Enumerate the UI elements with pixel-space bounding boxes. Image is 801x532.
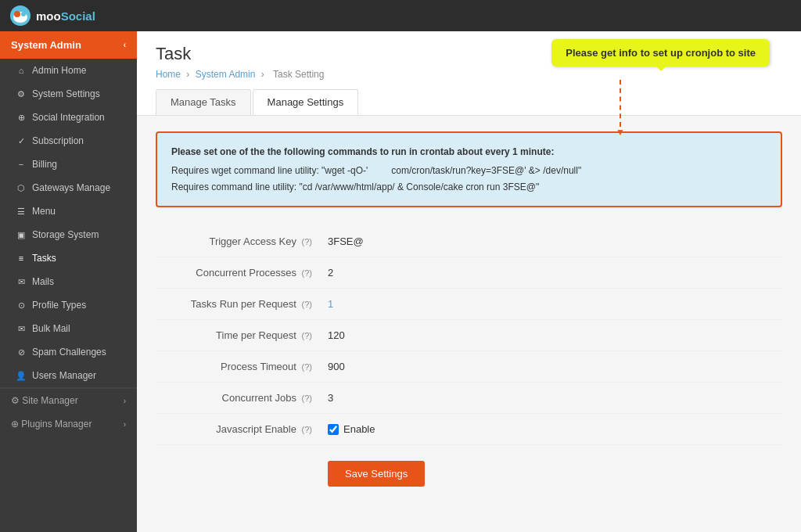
sidebar-item-gateways-manage[interactable]: ⬡Gateways Manage xyxy=(0,176,137,200)
gateways-manage-icon: ⬡ xyxy=(16,183,27,193)
menu-label: Menu xyxy=(32,206,56,217)
sidebar-item-profile-types[interactable]: ⊙Profile Types xyxy=(0,293,137,317)
form-value-trigger-access-key: 3FSE@ xyxy=(328,235,364,247)
sidebar-items: ⌂Admin Home⚙System Settings⊕Social Integ… xyxy=(0,59,137,387)
form-label-javascript-enable: Javascript Enable (?) xyxy=(156,423,328,435)
sidebar-item-plugins-manager[interactable]: ⊕ Plugins Manager › xyxy=(0,412,137,436)
tabs: Manage Tasks Manage Settings xyxy=(156,89,782,115)
checkbox-label-javascript-enable: Enable xyxy=(343,423,375,435)
form-row-trigger-access-key: Trigger Access Key (?)3FSE@ xyxy=(156,226,782,257)
profile-types-label: Profile Types xyxy=(32,300,86,311)
system-admin-header[interactable]: System Admin ‹ xyxy=(0,31,137,59)
logo-text: mooSocial xyxy=(36,9,95,23)
sidebar-sub-sections: ⚙ Site Manager › ⊕ Plugins Manager › xyxy=(0,388,137,436)
sidebar-item-spam-challenges[interactable]: ⊘Spam Challenges xyxy=(0,340,137,364)
save-button-container: Save Settings xyxy=(156,445,782,487)
spam-challenges-icon: ⊘ xyxy=(16,347,27,358)
help-javascript-enable[interactable]: (?) xyxy=(302,425,312,434)
form-label-concurrent-processes: Concurrent Processes (?) xyxy=(156,267,328,279)
breadcrumb-home[interactable]: Home xyxy=(156,69,181,80)
logo-icon xyxy=(9,5,31,27)
system-admin-label: System Admin xyxy=(11,39,81,51)
form-rows: Trigger Access Key (?)3FSE@Concurrent Pr… xyxy=(156,226,782,445)
billing-label: Billing xyxy=(32,159,57,170)
chevron-right-icon-2: › xyxy=(124,420,126,429)
storage-system-label: Storage System xyxy=(32,229,99,240)
form-label-trigger-access-key: Trigger Access Key (?) xyxy=(156,235,328,247)
main-content: Task Home › System Admin › Task Setting … xyxy=(137,31,801,532)
social-integration-icon: ⊕ xyxy=(16,113,27,123)
info-box-title: Please set one of the the following comm… xyxy=(171,144,767,160)
admin-home-icon: ⌂ xyxy=(16,66,27,75)
sidebar: System Admin ‹ ⌂Admin Home⚙System Settin… xyxy=(0,31,137,532)
help-time-per-request[interactable]: (?) xyxy=(302,331,312,340)
users-manager-label: Users Manager xyxy=(32,370,96,381)
form-label-time-per-request: Time per Request (?) xyxy=(156,329,328,341)
info-box: Please set one of the the following comm… xyxy=(156,131,782,207)
tooltip-bubble: Please get info to set up cronjob to sit… xyxy=(551,39,770,66)
system-settings-label: System Settings xyxy=(32,88,100,99)
subscription-icon: ✓ xyxy=(16,136,27,146)
content-area: Please set one of the the following comm… xyxy=(137,116,801,502)
chevron-right-icon: › xyxy=(124,397,126,405)
sidebar-item-subscription[interactable]: ✓Subscription xyxy=(0,129,137,153)
form-value-process-timeout: 900 xyxy=(328,361,345,372)
tab-manage-tasks[interactable]: Manage Tasks xyxy=(156,89,251,115)
gateways-manage-label: Gateways Manage xyxy=(32,182,110,193)
form-row-concurrent-processes: Concurrent Processes (?)2 xyxy=(156,257,782,289)
tab-manage-settings[interactable]: Manage Settings xyxy=(253,89,359,115)
spam-challenges-label: Spam Challenges xyxy=(32,347,106,358)
system-settings-icon: ⚙ xyxy=(16,89,27,99)
help-tasks-run-per-request[interactable]: (?) xyxy=(302,300,312,309)
bulk-mail-label: Bulk Mail xyxy=(32,323,70,334)
system-admin-section: System Admin ‹ ⌂Admin Home⚙System Settin… xyxy=(0,31,137,388)
breadcrumb-system-admin[interactable]: System Admin xyxy=(196,69,256,80)
sidebar-item-social-integration[interactable]: ⊕Social Integration xyxy=(0,106,137,129)
sidebar-item-tasks[interactable]: ≡Tasks xyxy=(0,246,137,270)
checkbox-javascript-enable[interactable] xyxy=(328,424,339,435)
sidebar-item-users-manager[interactable]: 👤Users Manager xyxy=(0,364,137,387)
tasks-icon: ≡ xyxy=(16,253,27,263)
sidebar-item-billing[interactable]: −Billing xyxy=(0,153,137,176)
sidebar-item-admin-home[interactable]: ⌂Admin Home xyxy=(0,59,137,82)
profile-types-icon: ⊙ xyxy=(16,300,27,311)
dashed-arrow xyxy=(620,80,621,127)
users-manager-icon: 👤 xyxy=(16,371,27,381)
sidebar-item-site-manager[interactable]: ⚙ Site Manager › xyxy=(0,389,137,412)
form-row-tasks-run-per-request: Tasks Run per Request (?)1 xyxy=(156,289,782,320)
help-concurrent-jobs[interactable]: (?) xyxy=(302,394,312,403)
form-row-process-timeout: Process Timeout (?)900 xyxy=(156,351,782,383)
billing-icon: − xyxy=(16,160,27,169)
sidebar-item-bulk-mail[interactable]: ✉Bulk Mail xyxy=(0,317,137,340)
form-row-javascript-enable: Javascript Enable (?)Enable xyxy=(156,414,782,445)
form-value-concurrent-jobs: 3 xyxy=(328,392,333,404)
tasks-label: Tasks xyxy=(32,253,56,264)
mails-icon: ✉ xyxy=(16,277,27,287)
form-value-concurrent-processes: 2 xyxy=(328,267,333,279)
logo: mooSocial xyxy=(9,5,95,27)
svg-point-2 xyxy=(14,11,20,17)
admin-home-label: Admin Home xyxy=(32,65,86,76)
sidebar-item-storage-system[interactable]: ▣Storage System xyxy=(0,223,137,246)
topbar: mooSocial xyxy=(0,0,801,31)
chevron-left-icon: ‹ xyxy=(124,41,126,49)
breadcrumb-current: Task Setting xyxy=(273,69,324,80)
form-row-concurrent-jobs: Concurrent Jobs (?)3 xyxy=(156,383,782,414)
help-process-timeout[interactable]: (?) xyxy=(302,362,312,372)
page-header: Task Home › System Admin › Task Setting … xyxy=(137,31,801,116)
form-value-javascript-enable: Enable xyxy=(328,423,375,435)
sidebar-item-menu[interactable]: ☰Menu xyxy=(0,200,137,223)
help-concurrent-processes[interactable]: (?) xyxy=(302,268,312,278)
form-value-time-per-request: 120 xyxy=(328,329,345,341)
form-label-process-timeout: Process Timeout (?) xyxy=(156,361,328,372)
sidebar-item-system-settings[interactable]: ⚙System Settings xyxy=(0,82,137,106)
sidebar-item-mails[interactable]: ✉Mails xyxy=(0,270,137,293)
form-label-concurrent-jobs: Concurrent Jobs (?) xyxy=(156,392,328,404)
breadcrumb: Home › System Admin › Task Setting xyxy=(156,69,782,80)
save-settings-button[interactable]: Save Settings xyxy=(328,461,425,487)
help-trigger-access-key[interactable]: (?) xyxy=(302,237,312,246)
social-integration-label: Social Integration xyxy=(32,112,105,123)
mails-label: Mails xyxy=(32,276,54,287)
form-label-tasks-run-per-request: Tasks Run per Request (?) xyxy=(156,298,328,310)
storage-system-icon: ▣ xyxy=(16,230,27,240)
